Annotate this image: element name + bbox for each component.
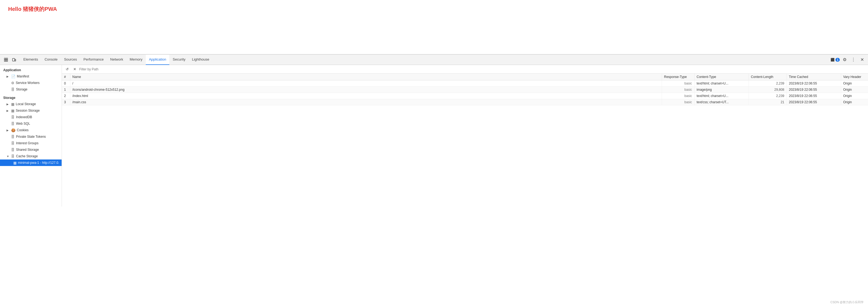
private-state-tokens-icon: 🗄	[11, 135, 14, 139]
more-options-icon[interactable]: ⋮	[849, 56, 857, 63]
tab-sources[interactable]: Sources	[61, 55, 80, 65]
interest-groups-icon: 🗄	[11, 141, 14, 145]
table-row[interactable]: 1 /icons/android-chrome-512x512.png basi…	[62, 87, 868, 93]
cell-name: /index.html	[70, 93, 662, 99]
device-toolbar-icon[interactable]	[10, 56, 18, 63]
cell-content-type: text/html; charset=U...	[694, 93, 749, 99]
svg-rect-5	[15, 59, 16, 61]
tab-security[interactable]: Security	[169, 55, 189, 65]
sidebar-item-manifest[interactable]: ▶ 📄 Manifest	[0, 73, 62, 80]
tab-performance[interactable]: Performance	[80, 55, 107, 65]
sidebar-item-minimal-pwa[interactable]: ▶ ▦ minimal-pwa-1 - http://127.0.	[0, 160, 62, 166]
sidebar-item-cookies[interactable]: ▶ 🍪 Cookies	[0, 127, 62, 133]
sidebar-label-local-storage: Local Storage	[16, 102, 36, 106]
cell-vary-header: Origin	[841, 93, 868, 99]
sidebar-item-service-workers[interactable]: ▶ ⚙ Service Workers	[0, 80, 62, 86]
cache-storage-icon: 🗄	[11, 154, 14, 158]
sidebar-item-storage-app[interactable]: ▶ 🗄 Storage	[0, 86, 62, 93]
cell-content-length: 29,808	[749, 87, 786, 93]
filter-input[interactable]	[79, 67, 866, 71]
cell-content-type: image/png	[694, 87, 749, 93]
devtools-toolbar-right: ⬛ 1 ⚙ ⋮ ✕	[831, 56, 866, 63]
minimal-pwa-icon: ▦	[13, 161, 17, 165]
cell-content-length: 2,239	[749, 93, 786, 99]
close-devtools-icon[interactable]: ✕	[858, 56, 866, 63]
devtools-tabs-list: Elements Console Sources Performance Net…	[20, 55, 831, 65]
col-header-time-cached[interactable]: Time Cached	[786, 74, 841, 80]
cell-response-type: basic	[662, 99, 694, 105]
tab-network[interactable]: Network	[107, 55, 126, 65]
manifest-icon: 📄	[11, 75, 16, 79]
col-header-num[interactable]: #	[62, 74, 70, 80]
indexeddb-icon: 🗄	[11, 115, 14, 119]
sidebar-item-interest-groups[interactable]: ▶ 🗄 Interest Groups	[0, 140, 62, 146]
cell-content-type: text/html; charset=U...	[694, 80, 749, 87]
sidebar-item-web-sql[interactable]: ▶ 🗄 Web SQL	[0, 120, 62, 127]
sidebar-label-service-workers: Service Workers	[16, 81, 40, 85]
storage-app-icon: 🗄	[11, 87, 14, 91]
sidebar-item-shared-storage[interactable]: ▶ 🗄 Shared Storage	[0, 146, 62, 153]
tab-count-badge: 1	[835, 58, 840, 62]
inspect-element-icon[interactable]	[2, 56, 10, 63]
session-storage-icon: ▦	[11, 109, 14, 113]
cell-content-length: 2,239	[749, 80, 786, 87]
sidebar-label-private-state-tokens: Private State Tokens	[16, 135, 46, 139]
svg-rect-3	[6, 60, 8, 61]
cell-time-cached: 2023/8/19 22:06:55	[786, 93, 841, 99]
cell-content-length: 21	[749, 99, 786, 105]
sidebar-label-session-storage: Session Storage	[16, 109, 40, 112]
sidebar-item-indexeddb[interactable]: ▶ 🗄 IndexedDB	[0, 114, 62, 120]
sidebar-item-session-storage[interactable]: ▶ ▦ Session Storage	[0, 107, 62, 114]
tab-console[interactable]: Console	[41, 55, 61, 65]
page-area: Hello 猪猪侠的PWA	[0, 0, 868, 54]
local-storage-icon: ▦	[11, 102, 14, 106]
clear-filter-button[interactable]: ✕	[72, 66, 78, 72]
main-content: ↺ ✕ # Name	[62, 65, 868, 206]
table-row[interactable]: 3 /main.css basic text/css; charset=UT..…	[62, 99, 868, 105]
settings-icon[interactable]: ⚙	[841, 56, 848, 63]
shared-storage-icon: 🗄	[11, 148, 14, 152]
devtools-panel: Elements Console Sources Performance Net…	[0, 54, 868, 206]
cache-storage-table: # Name Response-Type Content-Type	[62, 74, 868, 206]
table-row[interactable]: 0 / basic text/html; charset=U... 2,239 …	[62, 80, 868, 87]
sidebar-item-local-storage[interactable]: ▶ ▦ Local Storage	[0, 101, 62, 107]
cell-response-type: basic	[662, 87, 694, 93]
col-header-name[interactable]: Name	[70, 74, 662, 80]
col-header-content-length[interactable]: Content-Length	[749, 74, 786, 80]
sidebar-label-interest-groups: Interest Groups	[16, 141, 38, 145]
col-header-response-type[interactable]: Response-Type	[662, 74, 694, 80]
svg-rect-4	[12, 58, 14, 61]
cell-name: /	[70, 80, 662, 87]
tab-elements[interactable]: Elements	[20, 55, 41, 65]
cell-time-cached: 2023/8/19 22:06:55	[786, 87, 841, 93]
cell-time-cached: 2023/8/19 22:06:55	[786, 80, 841, 87]
cell-vary-header: Origin	[841, 87, 868, 93]
sidebar-section-storage: Storage	[0, 95, 62, 101]
devtools-icons-left	[2, 56, 18, 63]
cell-response-type: basic	[662, 93, 694, 99]
sidebar-item-private-state-tokens[interactable]: ▶ 🗄 Private State Tokens	[0, 133, 62, 140]
table-row[interactable]: 2 /index.html basic text/html; charset=U…	[62, 93, 868, 99]
filter-bar: ↺ ✕	[62, 65, 868, 74]
cell-num: 1	[62, 87, 70, 93]
refresh-button[interactable]: ↺	[64, 66, 70, 72]
col-header-vary-header[interactable]: Vary Header	[841, 74, 868, 80]
cell-time-cached: 2023/8/19 22:06:55	[786, 99, 841, 105]
tab-memory[interactable]: Memory	[126, 55, 146, 65]
sidebar-label-storage: Storage	[16, 87, 27, 91]
cell-response-type: basic	[662, 80, 694, 87]
cell-num: 2	[62, 93, 70, 99]
cell-vary-header: Origin	[841, 80, 868, 87]
expand-arrow-manifest: ▶	[6, 75, 10, 78]
sidebar: Application ▶ 📄 Manifest ▶ ⚙ Service Wor…	[0, 65, 62, 206]
tab-lighthouse[interactable]: Lighthouse	[189, 55, 213, 65]
sidebar-item-cache-storage[interactable]: ▼ 🗄 Cache Storage	[0, 153, 62, 160]
tab-application[interactable]: Application	[146, 55, 169, 65]
col-header-content-type[interactable]: Content-Type	[694, 74, 749, 80]
sidebar-label-web-sql: Web SQL	[16, 122, 30, 125]
tab-count-area: ⬛ 1	[831, 58, 840, 62]
sidebar-section-application: Application	[0, 67, 62, 73]
cell-name: /main.css	[70, 99, 662, 105]
svg-rect-0	[4, 58, 6, 59]
tab-count-icon: ⬛	[831, 58, 835, 62]
